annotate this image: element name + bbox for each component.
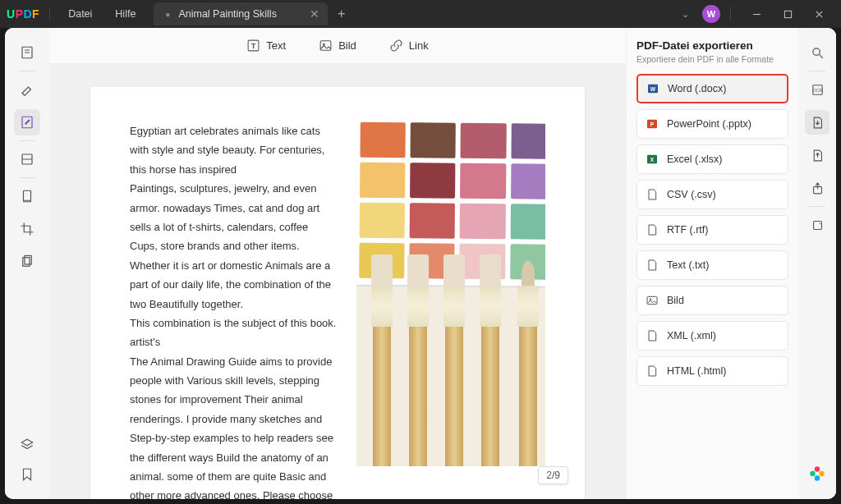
export-button[interactable]: [805, 110, 830, 135]
edit-tool[interactable]: [14, 109, 40, 135]
svg-text:X: X: [650, 157, 655, 163]
layers-icon: [20, 438, 34, 452]
svg-rect-1: [784, 11, 791, 17]
close-icon: [815, 10, 824, 19]
crop-tool[interactable]: [14, 216, 40, 242]
minimize-window-button[interactable]: [741, 0, 772, 28]
ocr-button[interactable]: OCR: [805, 77, 830, 102]
copy-tool[interactable]: [14, 249, 40, 275]
export-panel: PDF-Datei exportieren Exportiere dein PD…: [626, 28, 798, 499]
txt-icon: [646, 259, 659, 272]
text-tool-button[interactable]: T Text: [246, 39, 286, 53]
menu-help[interactable]: Hilfe: [103, 8, 147, 20]
svg-point-32: [815, 466, 820, 471]
print-icon: [811, 218, 825, 232]
csv-icon: [646, 188, 659, 201]
word-icon: W: [646, 82, 659, 95]
svg-text:OCR: OCR: [812, 88, 823, 93]
maximize-window-button[interactable]: [772, 0, 803, 28]
export-image-option[interactable]: Bild: [636, 286, 788, 315]
svg-point-36: [816, 472, 819, 475]
search-button[interactable]: [805, 40, 830, 65]
ocr-icon: [20, 152, 34, 167]
left-sidebar: [5, 28, 49, 499]
svg-point-33: [819, 471, 824, 476]
link-tool-button[interactable]: Link: [389, 39, 429, 53]
reader-tool[interactable]: [14, 39, 40, 66]
pages-tool[interactable]: [14, 183, 40, 209]
crop-icon: [20, 222, 34, 236]
export-text-option[interactable]: Text (.txt): [636, 250, 788, 280]
edit-icon: [20, 115, 34, 130]
right-sidebar: OCR: [798, 28, 836, 499]
image-file-icon: [646, 294, 659, 307]
close-window-button[interactable]: [803, 0, 834, 28]
highlighter-icon: [20, 82, 34, 97]
export-xml-option[interactable]: XML (.xml): [636, 321, 788, 351]
document-image[interactable]: [356, 121, 545, 466]
text-icon: T: [246, 39, 260, 53]
ocr-tool[interactable]: [14, 146, 40, 172]
search-icon: [811, 46, 825, 60]
save-icon: [811, 149, 825, 163]
svg-text:W: W: [650, 86, 656, 92]
image-icon: [319, 39, 333, 53]
maximize-icon: [784, 10, 793, 19]
page-indicator[interactable]: 2/9: [538, 466, 568, 484]
scan-icon: OCR: [811, 83, 825, 97]
export-csv-option[interactable]: CSV (.csv): [636, 180, 788, 209]
export-title: PDF-Datei exportieren: [636, 39, 788, 52]
close-tab-icon[interactable]: ✕: [310, 7, 319, 21]
svg-point-35: [810, 471, 815, 476]
svg-rect-15: [320, 41, 331, 50]
svg-rect-30: [813, 221, 821, 229]
save-other-button[interactable]: [805, 143, 830, 167]
export-icon: [811, 116, 825, 130]
menu-file[interactable]: Datei: [57, 8, 103, 20]
rtf-icon: [646, 223, 659, 236]
document-tab[interactable]: ● Animal Painting Skills ✕: [154, 2, 328, 25]
bookmark-tool[interactable]: [14, 461, 40, 488]
svg-rect-11: [23, 258, 30, 267]
document-text[interactable]: Egyptian art celebrates animals like cat…: [130, 121, 338, 499]
html-icon: [646, 364, 659, 378]
export-powerpoint-option[interactable]: P PowerPoint (.pptx): [636, 109, 788, 139]
svg-point-25: [812, 48, 820, 55]
image-tool-button[interactable]: Bild: [319, 39, 356, 53]
powerpoint-icon: P: [646, 117, 659, 131]
share-button[interactable]: [805, 176, 830, 200]
updf-ai-icon[interactable]: [808, 465, 826, 483]
svg-point-34: [815, 475, 820, 480]
excel-icon: X: [646, 153, 659, 166]
export-word-option[interactable]: W Word (.docx): [636, 74, 788, 103]
export-html-option[interactable]: HTML (.html): [636, 356, 788, 386]
reader-icon: [20, 45, 34, 60]
layers-tool[interactable]: [14, 432, 40, 458]
svg-rect-10: [24, 190, 31, 200]
chevron-down-icon[interactable]: ⌄: [675, 9, 696, 20]
document-page: Egyptian art celebrates animals like cat…: [90, 87, 585, 499]
export-rtf-option[interactable]: RTF (.rtf): [636, 215, 788, 245]
divider: [730, 7, 731, 21]
share-icon: [811, 181, 825, 195]
svg-text:P: P: [650, 121, 655, 127]
copy-icon: [20, 254, 34, 269]
export-excel-option[interactable]: X Excel (.xlsx): [636, 144, 788, 174]
svg-point-31: [819, 222, 820, 223]
minimize-icon: [752, 10, 761, 19]
app-logo: UPDF: [7, 7, 50, 21]
link-icon: [389, 39, 403, 53]
highlighter-tool[interactable]: [14, 76, 40, 103]
svg-text:T: T: [251, 42, 256, 50]
bookmark-icon: [20, 467, 34, 482]
tab-title: Animal Painting Skills: [178, 8, 277, 20]
svg-line-26: [819, 54, 822, 57]
pages-icon: [20, 189, 34, 204]
add-tab-button[interactable]: +: [328, 7, 355, 21]
user-avatar[interactable]: W: [702, 5, 720, 23]
svg-rect-12: [25, 256, 31, 265]
tab-dirty-indicator: ●: [165, 10, 170, 19]
export-subtitle: Exportiere dein PDF in alle Formate: [636, 54, 788, 64]
svg-rect-23: [647, 296, 657, 304]
print-button[interactable]: [805, 213, 830, 237]
